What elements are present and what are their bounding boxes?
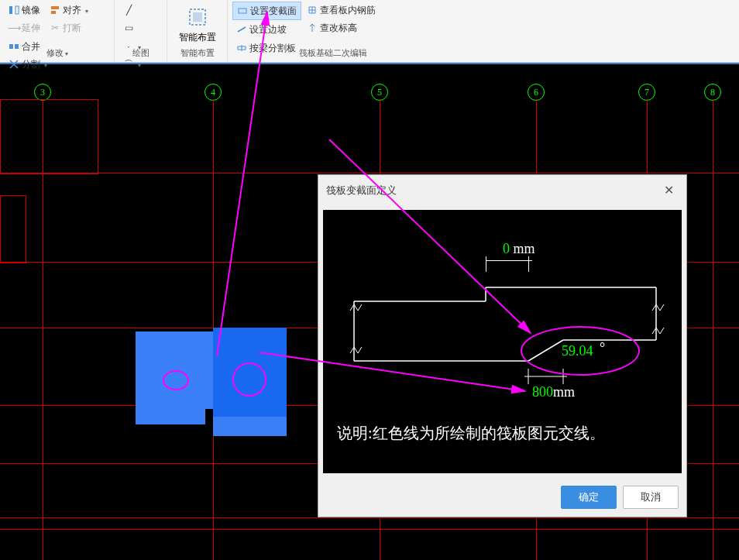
outline-rect: [0, 99, 98, 174]
mirror-icon: [9, 5, 19, 15]
grid-bubble-3: 3: [34, 84, 51, 101]
annotation-circle: [163, 370, 189, 390]
raft-element[interactable]: [213, 417, 287, 436]
grid-line-v-8: [713, 99, 713, 560]
extend-label: 延伸: [22, 22, 40, 35]
ribbon-group-edit: 设置变截面 设置边坡 查看板内钢筋 查改标高: [228, 0, 438, 62]
svg-rect-7: [193, 12, 202, 22]
section-preview-canvas: 0 mm: [323, 210, 682, 473]
grid-bubble-6: 6: [528, 84, 545, 101]
mirror-label: 镜像: [22, 4, 40, 17]
view-rebar-label: 查看板内钢筋: [320, 4, 376, 17]
smart-layout-label: 智能布置: [179, 31, 216, 44]
set-section-label: 设置变截面: [250, 5, 297, 18]
rect-tool[interactable]: ▭: [119, 19, 138, 36]
grid-line-h-7: [0, 529, 739, 530]
section-definition-dialog: 筏板变截面定义 ✕ 0 mm: [318, 174, 687, 517]
grid-line-h-6: [0, 517, 739, 518]
svg-rect-2: [51, 6, 59, 9]
align-icon: [50, 5, 60, 15]
set-section-button[interactable]: 设置变截面: [232, 2, 301, 20]
dialog-note: 说明:红色线为所绘制的筏板图元交线。: [337, 423, 605, 444]
raft-element[interactable]: [136, 409, 205, 424]
view-rebar-button[interactable]: 查看板内钢筋: [303, 2, 380, 19]
extend-icon: ⟶: [9, 22, 19, 33]
ribbon-group-draw: ╱ ▭ · ⌒ 绘图: [115, 0, 167, 62]
grid-line-h-1: [0, 173, 739, 173]
annotation-circle: [232, 362, 266, 397]
group-label-smart: 智能布置: [167, 46, 227, 60]
dim-bottom-value[interactable]: 800: [532, 384, 553, 400]
ribbon-toolbar: 镜像 ⟶ 延伸 对齐 ✂ 打断: [0, 0, 739, 63]
grid-bubble-8: 8: [704, 84, 721, 101]
dialog-footer: 确定 取消: [318, 478, 686, 517]
ok-button[interactable]: 确定: [561, 486, 617, 509]
set-slope-label: 设置边坡: [249, 23, 287, 36]
rect-icon: ▭: [123, 22, 134, 33]
ribbon-group-smart: 智能布置 智能布置: [167, 0, 228, 62]
set-slope-button[interactable]: 设置边坡: [232, 21, 301, 38]
break-button: ✂ 打断: [46, 19, 92, 36]
dim-bottom-unit: mm: [553, 384, 575, 400]
svg-rect-8: [239, 9, 246, 13]
rebar-icon: [307, 5, 318, 15]
annotation-ellipse: [521, 326, 640, 376]
break-icon: ✂: [50, 22, 60, 33]
slope-icon: [236, 24, 247, 35]
svg-rect-1: [15, 6, 19, 14]
dialog-close-button[interactable]: ✕: [659, 181, 679, 199]
group-label-modify[interactable]: 修改: [0, 46, 114, 60]
mirror-button[interactable]: 镜像: [5, 2, 44, 19]
smart-layout-icon: [185, 5, 210, 29]
section-icon: [237, 5, 248, 16]
group-label-edit: 筏板基础二次编辑: [228, 46, 438, 60]
ribbon-group-modify: 镜像 ⟶ 延伸 对齐 ✂ 打断: [0, 0, 115, 62]
smart-layout-button[interactable]: 智能布置: [172, 2, 222, 47]
group-label-draw: 绘图: [115, 46, 167, 60]
split-icon: [9, 59, 19, 70]
elev-icon: [307, 22, 318, 33]
extend-button: ⟶ 延伸: [5, 19, 44, 36]
dialog-title: 筏板变截面定义: [326, 184, 397, 198]
grid-bubble-7: 7: [638, 84, 655, 101]
outline-rect: [0, 195, 26, 263]
line-icon: ╱: [123, 5, 134, 15]
align-label: 对齐: [63, 4, 81, 17]
line-tool[interactable]: ╱: [119, 2, 138, 19]
cancel-button[interactable]: 取消: [623, 486, 679, 509]
grid-bubble-5: 5: [371, 84, 388, 101]
svg-rect-3: [51, 11, 56, 14]
dialog-titlebar[interactable]: 筏板变截面定义 ✕: [318, 175, 686, 205]
change-elev-button[interactable]: 查改标高: [303, 19, 380, 36]
grid-bubble-4: 4: [205, 84, 222, 101]
arc-icon: ⌒: [123, 59, 134, 70]
svg-rect-0: [9, 6, 12, 14]
break-label: 打断: [63, 22, 81, 35]
change-elev-label: 查改标高: [320, 22, 357, 35]
align-button[interactable]: 对齐: [46, 2, 92, 19]
